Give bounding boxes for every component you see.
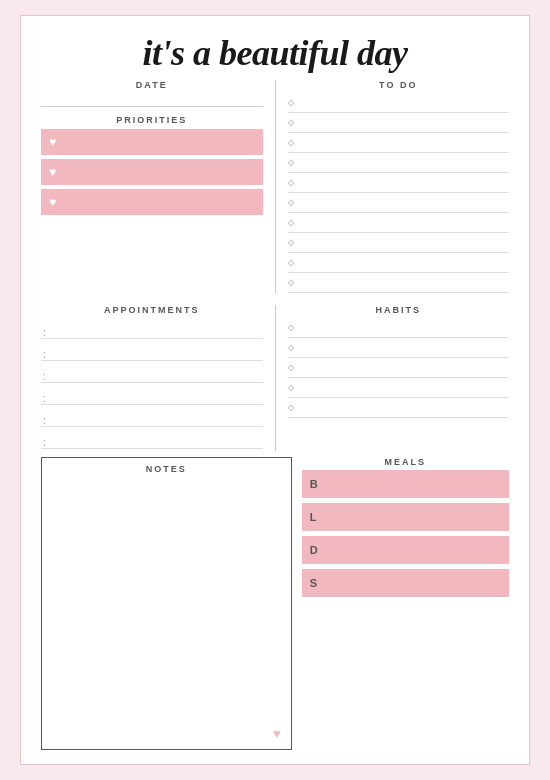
appointment-row[interactable]: : (41, 319, 263, 339)
todo-row[interactable]: ◇ (288, 273, 510, 293)
priority-row-1[interactable]: ♥ (41, 129, 263, 155)
diamond-icon: ◇ (288, 178, 294, 187)
date-underline[interactable] (41, 93, 263, 107)
meal-row-lunch[interactable]: L (302, 503, 509, 531)
todo-row[interactable]: ◇ (288, 193, 510, 213)
diamond-icon: ◇ (288, 363, 294, 372)
meal-row-dinner[interactable]: D (302, 536, 509, 564)
diamond-icon: ◇ (288, 403, 294, 412)
todo-row[interactable]: ◇ (288, 133, 510, 153)
todo-row[interactable]: ◇ (288, 153, 510, 173)
notes-label: NOTES (146, 464, 187, 474)
appointments-column: APPOINTMENTS : : : : : : (41, 305, 263, 451)
diamond-icon: ◇ (288, 323, 294, 332)
todo-row[interactable]: ◇ (288, 113, 510, 133)
todo-row[interactable]: ◇ (288, 213, 510, 233)
diamond-icon: ◇ (288, 138, 294, 147)
habit-row[interactable]: ◇ (288, 318, 510, 338)
habit-row[interactable]: ◇ (288, 358, 510, 378)
todo-row[interactable]: ◇ (288, 233, 510, 253)
meals-column: MEALS B L D S (302, 457, 509, 750)
diamond-icon: ◇ (288, 383, 294, 392)
habit-row[interactable]: ◇ (288, 398, 510, 418)
colon-icon: : (43, 327, 46, 338)
notes-box[interactable]: NOTES ♥ (41, 457, 292, 750)
diamond-icon: ◇ (288, 238, 294, 247)
appointments-label: APPOINTMENTS (41, 305, 263, 315)
page-title: it's a beautiful day (41, 34, 509, 74)
left-column: DATE PRIORITIES ♥ ♥ ♥ (41, 80, 263, 293)
heart-icon-1: ♥ (49, 135, 56, 149)
priority-row-2[interactable]: ♥ (41, 159, 263, 185)
meal-letter-s: S (310, 577, 317, 589)
habits-label: HABITS (288, 305, 510, 315)
diamond-icon: ◇ (288, 158, 294, 167)
habit-row[interactable]: ◇ (288, 338, 510, 358)
daily-planner-page: it's a beautiful day DATE PRIORITIES ♥ ♥… (20, 15, 530, 765)
appointment-row[interactable]: : (41, 341, 263, 361)
appointment-row[interactable]: : (41, 385, 263, 405)
priorities-label: PRIORITIES (41, 115, 263, 125)
diamond-icon: ◇ (288, 278, 294, 287)
appointment-row[interactable]: : (41, 407, 263, 427)
colon-icon: : (43, 349, 46, 360)
diamond-icon: ◇ (288, 198, 294, 207)
heart-icon-2: ♥ (49, 165, 56, 179)
bottom-section: NOTES ♥ MEALS B L D S (41, 457, 509, 750)
meals-label: MEALS (302, 457, 509, 467)
meal-row-breakfast[interactable]: B (302, 470, 509, 498)
date-label: DATE (41, 80, 263, 90)
meal-letter-l: L (310, 511, 317, 523)
diamond-icon: ◇ (288, 218, 294, 227)
habit-row[interactable]: ◇ (288, 378, 510, 398)
diamond-icon: ◇ (288, 118, 294, 127)
todo-row[interactable]: ◇ (288, 93, 510, 113)
colon-icon: : (43, 437, 46, 448)
todo-row[interactable]: ◇ (288, 253, 510, 273)
appointment-row[interactable]: : (41, 363, 263, 383)
meal-letter-b: B (310, 478, 318, 490)
habits-column: HABITS ◇ ◇ ◇ ◇ ◇ (288, 305, 510, 451)
diamond-icon: ◇ (288, 98, 294, 107)
meal-letter-d: D (310, 544, 318, 556)
colon-icon: : (43, 393, 46, 404)
todo-row[interactable]: ◇ (288, 173, 510, 193)
diamond-icon: ◇ (288, 258, 294, 267)
vertical-divider-2 (275, 305, 276, 451)
colon-icon: : (43, 415, 46, 426)
priority-row-3[interactable]: ♥ (41, 189, 263, 215)
right-column-todo: TO DO ◇ ◇ ◇ ◇ ◇ ◇ ◇ ◇ ◇ ◇ (288, 80, 510, 293)
diamond-icon: ◇ (288, 343, 294, 352)
vertical-divider (275, 80, 276, 293)
heart-icon-3: ♥ (49, 195, 56, 209)
todo-list: ◇ ◇ ◇ ◇ ◇ ◇ ◇ ◇ ◇ ◇ (288, 93, 510, 293)
todo-label: TO DO (288, 80, 510, 90)
colon-icon: : (43, 371, 46, 382)
top-section: DATE PRIORITIES ♥ ♥ ♥ TO DO ◇ ◇ ◇ ◇ ◇ (41, 80, 509, 293)
notes-heart-icon: ♥ (273, 726, 281, 741)
meal-row-snack[interactable]: S (302, 569, 509, 597)
middle-section: APPOINTMENTS : : : : : : HABITS ◇ ◇ ◇ ◇ … (41, 305, 509, 451)
appointment-row[interactable]: : (41, 429, 263, 449)
